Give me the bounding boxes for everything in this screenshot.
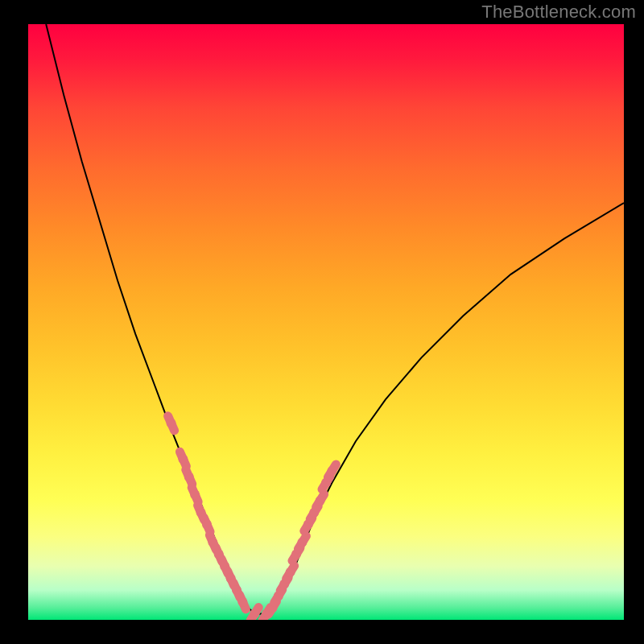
marker-dot — [250, 609, 259, 619]
marker-dot — [184, 472, 194, 481]
marker-dot — [202, 520, 212, 530]
marker-dot — [178, 454, 188, 464]
curve-svg — [28, 24, 624, 620]
marker-dot — [297, 538, 307, 547]
marker-dot — [167, 419, 176, 428]
marker-dot — [286, 568, 295, 577]
marker-dot — [316, 496, 325, 506]
bottleneck-curve — [46, 24, 624, 614]
marker-dot — [237, 597, 247, 607]
chart-frame: TheBottleneck.com — [0, 0, 644, 644]
watermark-text: TheBottleneck.com — [481, 2, 636, 23]
marker-dot — [327, 466, 336, 476]
marker-dot — [190, 490, 200, 500]
marker-group — [167, 416, 337, 620]
plot-area — [28, 24, 624, 620]
